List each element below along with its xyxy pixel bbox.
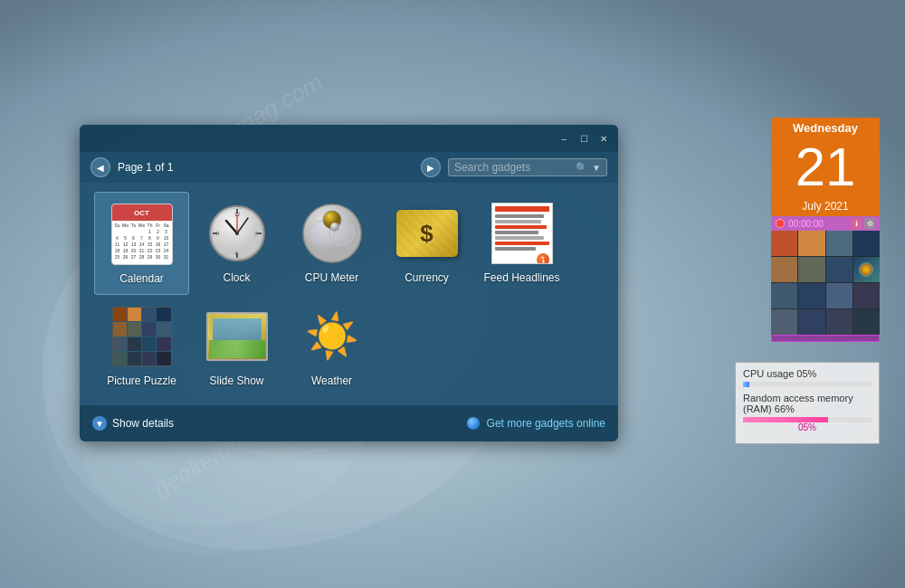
search-dropdown-icon[interactable]: ▼ — [592, 163, 601, 173]
search-box[interactable]: 🔍 ▼ — [448, 158, 607, 176]
gadget-item-clock[interactable]: 12 3 6 9 Clock — [189, 192, 284, 295]
calendar-month-year: July 2021 — [771, 198, 880, 216]
gadget-item-calendar[interactable]: OCT SuMoTuWeThFrSa 123 45678910 11121314… — [94, 192, 189, 295]
picture-puzzle-icon — [110, 304, 175, 369]
slide-show-icon — [205, 304, 270, 369]
svg-text:6: 6 — [235, 251, 238, 256]
timer-controls: ℹ ⚙ — [851, 218, 875, 229]
calendar-timer-bar: 00:00:00 ℹ ⚙ — [771, 216, 880, 231]
prev-page-button[interactable]: ◀ — [90, 157, 110, 177]
grid-cell-9 — [771, 283, 797, 308]
window-footer: ▼ Show details Get more gadgets online — [80, 405, 618, 441]
calendar-day-number: 21 — [771, 138, 880, 198]
maximize-button[interactable]: ☐ — [576, 131, 591, 146]
gadget-item-slide-show[interactable]: Slide Show — [189, 295, 284, 396]
gadget-item-cpu-meter[interactable]: CPU Meter — [284, 192, 379, 295]
grid-cell-11 — [826, 283, 853, 308]
slide-show-label: Slide Show — [209, 375, 263, 387]
timer-display: 00:00:00 — [788, 219, 847, 229]
toolbar: ◀ Page 1 of 1 ▶ 🔍 ▼ — [80, 152, 618, 183]
cpu-widget: CPU usage 05% Random access memory (RAM)… — [735, 362, 880, 444]
svg-point-19 — [235, 232, 239, 235]
calendar-bottom-strip — [771, 335, 880, 342]
weather-label: Weather — [311, 375, 352, 387]
globe-icon — [467, 417, 480, 430]
timer-info-icon[interactable]: ℹ — [851, 218, 862, 229]
clock-icon: 12 3 6 9 — [205, 201, 270, 266]
picture-puzzle-label: Picture Puzzle — [107, 375, 176, 387]
gadget-item-weather[interactable]: ☀️ Weather — [284, 295, 379, 396]
svg-point-26 — [330, 223, 339, 232]
gadget-item-picture-puzzle[interactable]: Picture Puzzle — [94, 295, 189, 396]
svg-text:3: 3 — [254, 231, 257, 236]
title-bar: – ☐ ✕ — [80, 125, 618, 152]
grid-cell-14 — [798, 309, 824, 335]
grid-cell-5 — [771, 257, 797, 282]
gadget-gallery-window: – ☐ ✕ ◀ Page 1 of 1 ▶ 🔍 ▼ OCT SuMoTuWeTh… — [80, 125, 618, 441]
show-details-icon: ▼ — [92, 416, 107, 431]
search-input[interactable] — [454, 161, 572, 174]
calendar-icon: OCT SuMoTuWeThFrSa 123 45678910 11121314… — [110, 202, 175, 267]
cpu-bar-background — [743, 382, 872, 387]
calendar-picture-grid — [771, 231, 880, 335]
grid-cell-4 — [853, 231, 880, 256]
timer-dot — [776, 219, 785, 228]
currency-icon: $ — [395, 201, 460, 266]
gadget-item-currency[interactable]: $ Currency — [379, 192, 474, 295]
show-details-button[interactable]: ▼ Show details — [92, 416, 174, 431]
grid-cell-2 — [798, 231, 824, 256]
window-controls: – ☐ ✕ — [557, 131, 611, 146]
svg-text:9: 9 — [216, 231, 219, 236]
minimize-button[interactable]: – — [557, 131, 571, 146]
ram-label: Random access memory (RAM) 66% — [743, 393, 872, 414]
feed-headlines-icon: ⤵ — [490, 201, 555, 266]
show-details-label: Show details — [112, 417, 174, 430]
gadgets-grid: OCT SuMoTuWeThFrSa 123 45678910 11121314… — [80, 183, 618, 405]
grid-cell-13 — [771, 309, 797, 335]
cpu-meter-icon — [300, 201, 365, 266]
weather-icon: ☀️ — [300, 304, 365, 369]
cpu-label: CPU usage 05% — [743, 368, 872, 379]
next-page-button[interactable]: ▶ — [421, 157, 441, 177]
close-button[interactable]: ✕ — [596, 131, 611, 146]
search-icon: 🔍 — [576, 162, 588, 174]
cpu-meter-label: CPU Meter — [305, 271, 358, 284]
calendar-day-name: Wednesday — [771, 118, 880, 138]
currency-label: Currency — [405, 271, 449, 284]
grid-cell-3 — [826, 231, 853, 256]
get-more-label[interactable]: Get more gadgets online — [487, 417, 605, 430]
grid-cell-16 — [853, 309, 880, 335]
clock-label: Clock — [223, 271, 250, 284]
grid-cell-15 — [826, 309, 853, 335]
grid-cell-12 — [853, 283, 880, 308]
ram-row: Random access memory (RAM) 66% 05% — [743, 393, 872, 432]
get-more-gadgets-link[interactable]: Get more gadgets online — [467, 417, 605, 430]
timer-settings-icon[interactable]: ⚙ — [864, 218, 875, 229]
page-label: Page 1 of 1 — [118, 161, 414, 174]
cpu-row: CPU usage 05% — [743, 368, 872, 387]
ram-percent-label: 05% — [743, 422, 872, 432]
grid-cell-7 — [826, 257, 853, 282]
calendar-sidebar-widget: Wednesday 21 July 2021 00:00:00 ℹ ⚙ — [771, 118, 880, 342]
feed-headlines-label: Feed Headlines — [483, 271, 559, 284]
cpu-bar-fill — [743, 382, 749, 387]
grid-cell-6 — [798, 257, 824, 282]
calendar-label: Calendar — [119, 272, 164, 285]
grid-cell-8 — [853, 257, 880, 282]
grid-cell-1 — [771, 231, 797, 256]
grid-cell-10 — [798, 283, 824, 308]
gadget-item-feed-headlines[interactable]: ⤵ Feed Headlines — [474, 192, 569, 295]
